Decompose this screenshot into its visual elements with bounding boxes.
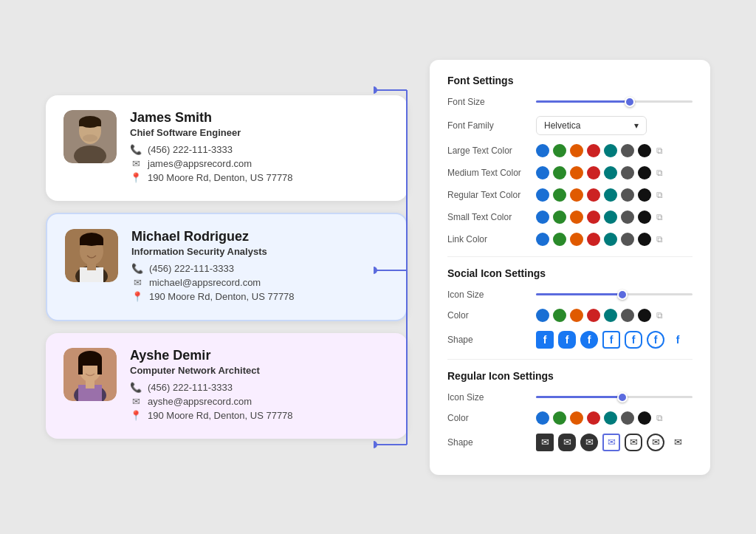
swatch-orange-3[interactable]: [570, 188, 583, 202]
svg-point-27: [374, 86, 377, 94]
swatch-teal-5[interactable]: [604, 233, 617, 246]
swatch-red-4[interactable]: [587, 210, 600, 224]
swatch-orange-6[interactable]: [570, 309, 583, 322]
regular-icon-size-control[interactable]: [536, 396, 693, 398]
regular-icon-shapes: ✉ ✉ ✉ ✉ ✉ ✉ ✉: [536, 434, 687, 451]
swatch-green-5[interactable]: [553, 233, 566, 246]
swatch-black-7[interactable]: [638, 411, 651, 425]
card-michael[interactable]: Michael Rodriguez Information Security A…: [46, 213, 408, 321]
email-shape-filled-circle[interactable]: ✉: [580, 434, 598, 451]
social-icon-size-control[interactable]: [536, 293, 693, 295]
swatch-teal-6[interactable]: [604, 309, 617, 322]
swatch-blue-5[interactable]: [536, 233, 549, 246]
regular-color-swatches: ⧉: [536, 411, 693, 425]
card-ayshe[interactable]: Ayshe Demir Computer Network Architect 📞…: [46, 333, 408, 439]
font-size-control[interactable]: [536, 100, 693, 103]
swatch-teal-1[interactable]: [604, 144, 617, 157]
font-family-dropdown[interactable]: Helvetica ▾: [536, 116, 647, 135]
swatch-red-5[interactable]: [587, 233, 600, 246]
swatch-green-2[interactable]: [553, 166, 566, 179]
regular-text-swatches: ⧉: [536, 188, 693, 202]
email-shape-outline-rounded[interactable]: ✉: [625, 434, 642, 451]
swatch-black-2[interactable]: [638, 166, 651, 179]
swatch-orange-4[interactable]: [570, 210, 583, 224]
font-size-thumb[interactable]: [625, 97, 635, 107]
copy-icon-4[interactable]: ⧉: [656, 212, 663, 222]
swatch-gray-6[interactable]: [621, 309, 634, 322]
swatch-gray-5[interactable]: [621, 233, 634, 246]
link-color-color-swatches: ⧉: [536, 233, 663, 246]
swatch-red-7[interactable]: [587, 411, 600, 425]
copy-icon-2[interactable]: ⧉: [656, 168, 663, 178]
fb-shape-filled-rounded[interactable]: f: [558, 331, 576, 349]
swatch-blue-6[interactable]: [536, 309, 549, 322]
swatch-red-6[interactable]: [587, 309, 600, 322]
medium-text-color-row: Medium Text Color ⧉: [447, 166, 693, 179]
swatch-blue-2[interactable]: [536, 166, 549, 179]
copy-icon-7[interactable]: ⧉: [656, 413, 663, 423]
swatch-green-7[interactable]: [553, 411, 566, 425]
swatch-red-2[interactable]: [587, 166, 600, 179]
phone-icon-2: 📞: [131, 263, 143, 274]
james-name: James Smith: [130, 110, 390, 126]
regular-icon-size-track[interactable]: [536, 396, 693, 398]
ayshe-email: ✉ ayshe@appsrecord.com: [130, 396, 390, 407]
email-shape-filled-square[interactable]: ✉: [536, 434, 554, 451]
swatch-gray-4[interactable]: [621, 210, 634, 224]
swatch-gray-3[interactable]: [621, 188, 634, 202]
font-size-track[interactable]: [536, 100, 693, 103]
swatch-teal-3[interactable]: [604, 188, 617, 202]
swatch-gray-7[interactable]: [621, 411, 634, 425]
swatch-gray-1[interactable]: [621, 144, 634, 157]
swatch-blue-1[interactable]: [536, 144, 549, 157]
social-icon-size-track[interactable]: [536, 293, 693, 295]
email-shape-outline-square[interactable]: ✉: [602, 434, 620, 451]
swatch-green-4[interactable]: [553, 210, 566, 224]
fb-shape-outline-rounded[interactable]: f: [625, 331, 642, 349]
swatch-green-6[interactable]: [553, 309, 566, 322]
large-text-color-swatches: ⧉: [536, 144, 663, 157]
regular-icon-size-thumb[interactable]: [617, 392, 628, 403]
email-shape-outline-circle[interactable]: ✉: [647, 434, 664, 451]
svg-rect-20: [78, 363, 83, 374]
regular-text-color-row: Regular Text Color ⧉: [447, 188, 693, 202]
swatch-red-3[interactable]: [587, 188, 600, 202]
social-color-label: Color: [447, 310, 529, 321]
swatch-black-6[interactable]: [638, 309, 651, 322]
swatch-green-3[interactable]: [553, 188, 566, 202]
swatch-blue-3[interactable]: [536, 188, 549, 202]
swatch-black-5[interactable]: [638, 233, 651, 246]
fb-shape-plain[interactable]: f: [669, 331, 687, 349]
swatch-black-4[interactable]: [638, 210, 651, 224]
swatch-orange-5[interactable]: [570, 233, 583, 246]
copy-icon-1[interactable]: ⧉: [656, 146, 663, 156]
swatch-blue-7[interactable]: [536, 411, 549, 425]
swatch-green-1[interactable]: [553, 144, 566, 157]
swatch-black-3[interactable]: [638, 188, 651, 202]
fb-shape-filled-circle[interactable]: f: [580, 331, 598, 349]
social-icon-size-thumb[interactable]: [617, 290, 628, 300]
michael-email: ✉ michael@appsrecord.com: [131, 277, 388, 288]
swatch-orange-1[interactable]: [570, 144, 583, 157]
copy-icon-3[interactable]: ⧉: [656, 190, 663, 200]
email-shape-plain[interactable]: ✉: [669, 434, 687, 451]
font-size-label: Font Size: [447, 97, 529, 107]
swatch-teal-4[interactable]: [604, 210, 617, 224]
fb-shape-filled-square[interactable]: f: [536, 331, 554, 349]
svg-rect-21: [97, 363, 102, 374]
regular-icon-size-row: Icon Size: [447, 392, 693, 403]
copy-icon-5[interactable]: ⧉: [656, 234, 663, 244]
swatch-gray-2[interactable]: [621, 166, 634, 179]
copy-icon-6[interactable]: ⧉: [656, 310, 663, 321]
swatch-teal-7[interactable]: [604, 411, 617, 425]
swatch-teal-2[interactable]: [604, 166, 617, 179]
swatch-orange-7[interactable]: [570, 411, 583, 425]
fb-shape-outline-circle[interactable]: f: [647, 331, 664, 349]
swatch-black-1[interactable]: [638, 144, 651, 157]
swatch-orange-2[interactable]: [570, 166, 583, 179]
card-james[interactable]: James Smith Chief Software Engineer 📞 (4…: [46, 95, 408, 201]
email-shape-filled-rounded[interactable]: ✉: [558, 434, 576, 451]
swatch-red-1[interactable]: [587, 144, 600, 157]
swatch-blue-4[interactable]: [536, 210, 549, 224]
fb-shape-outline-square[interactable]: f: [602, 331, 620, 349]
